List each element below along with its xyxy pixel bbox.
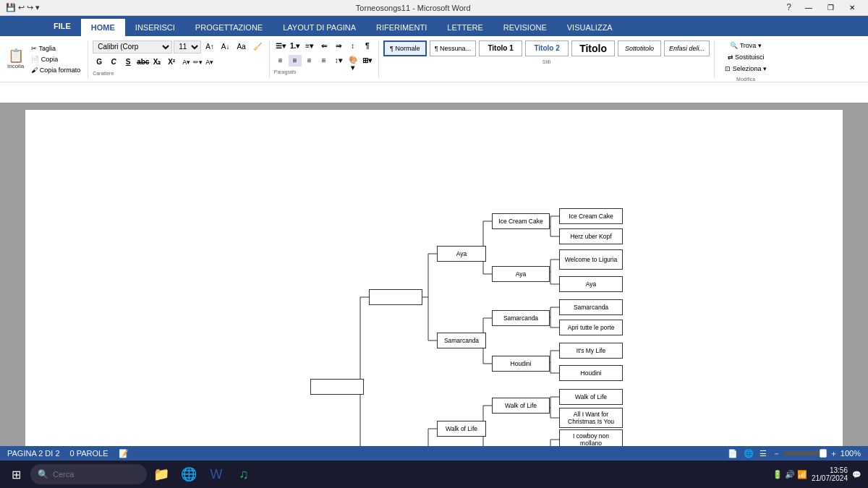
- system-tray-icons: 🔋 🔊 📶: [773, 470, 807, 479]
- style-titolo2[interactable]: Titolo 2: [525, 40, 569, 56]
- r5-final: [310, 379, 364, 395]
- incolla-button[interactable]: 📋 Incolla: [4, 43, 27, 75]
- decrease-font-button[interactable]: A↓: [218, 41, 233, 52]
- r1-houdini: Houdini: [559, 365, 623, 381]
- document-page: Ice Cream Cake Herz uber Kopf Welcome to…: [25, 110, 843, 446]
- close-button[interactable]: ✕: [842, 2, 862, 14]
- tab-visualizza[interactable]: VISUALIZZA: [557, 19, 623, 36]
- align-right-button[interactable]: ≡: [303, 55, 316, 67]
- text-color-button[interactable]: A▾: [205, 59, 213, 66]
- align-center-button[interactable]: ≡: [289, 55, 302, 67]
- zoom-out-button[interactable]: －: [773, 448, 780, 459]
- decrease-indent-button[interactable]: ⇐: [318, 40, 331, 52]
- copy-button[interactable]: 📄 Copia: [28, 54, 83, 64]
- chrome-button[interactable]: 🌐: [176, 463, 202, 486]
- date-display: 21/07/2024: [812, 474, 848, 482]
- quick-access[interactable]: 💾 ↩ ↪ ▾: [6, 3, 40, 12]
- font-color-button[interactable]: A▾: [182, 59, 190, 66]
- paragrafo-group: ☰▾ 1.▾ ≡▾ ⇐ ⇒ ↕ ¶ ≡ ≡ ≡ ≡ ↕▾ 🎨▾ ⊞▾ Parag…: [274, 40, 379, 78]
- zoom-in-button[interactable]: ＋: [830, 448, 838, 459]
- seleziona-button[interactable]: ⊡ Seleziona ▾: [722, 64, 770, 74]
- taskbar-search-bar[interactable]: 🔍: [30, 464, 147, 484]
- tab-inserisci[interactable]: INSERISCI: [125, 19, 185, 36]
- view-normal-icon[interactable]: 📄: [728, 449, 738, 458]
- bracket-lines: [40, 117, 807, 446]
- font-family-select[interactable]: Calibri (Corp: [93, 40, 172, 53]
- tab-riferimenti[interactable]: RIFERIMENTI: [366, 19, 437, 36]
- spotify-button[interactable]: ♫: [231, 463, 257, 486]
- format-painter-button[interactable]: 🖌 Copia formato: [28, 65, 83, 75]
- file-explorer-button[interactable]: 📁: [148, 463, 174, 486]
- increase-indent-button[interactable]: ⇒: [332, 40, 345, 52]
- superscript-button[interactable]: X²: [165, 56, 178, 68]
- tab-layout[interactable]: LAYOUT DI PAGINA: [273, 19, 366, 36]
- time-display: 13:56: [812, 466, 848, 474]
- sort-button[interactable]: ↕: [346, 40, 359, 52]
- multilevel-button[interactable]: ≡▾: [303, 40, 316, 52]
- font-size-select[interactable]: 11: [174, 40, 201, 53]
- r1-cowboy: I cowboy non mollano: [559, 429, 623, 446]
- minimize-button[interactable]: —: [799, 2, 819, 14]
- style-titolo1[interactable]: Titolo 1: [479, 40, 522, 56]
- style-enfasi[interactable]: Enfasi deli...: [664, 40, 710, 56]
- tab-lettere[interactable]: LETTERE: [437, 19, 493, 36]
- justify-button[interactable]: ≡: [318, 55, 331, 67]
- italic-button[interactable]: C: [107, 56, 120, 68]
- file-tab[interactable]: FILE: [43, 16, 81, 36]
- document-area: Ice Cream Cake Herz uber Kopf Welcome to…: [0, 103, 868, 446]
- stili-group: ¶ Normale ¶ Nessuna... Titolo 1 Titolo 2…: [383, 40, 715, 78]
- style-nessuna[interactable]: ¶ Nessuna...: [430, 40, 476, 56]
- notification-icon[interactable]: 💬: [852, 471, 861, 479]
- r2-ice-cream-cake: Ice Cream Cake: [492, 213, 550, 229]
- titlebar: 💾 ↩ ↪ ▾ Torneosongs11 - Microsoft Word ?…: [0, 0, 868, 16]
- numbering-button[interactable]: 1.▾: [289, 40, 302, 52]
- tab-progettazione[interactable]: PROGETTAZIONE: [185, 19, 273, 36]
- r2-walk-of-life: Walk of Life: [492, 398, 550, 414]
- line-spacing-button[interactable]: ↕▾: [332, 55, 345, 67]
- r1-its-my-life: It's My Life: [559, 343, 623, 359]
- cut-button[interactable]: ✂ Taglia: [28, 43, 83, 53]
- zoom-slider[interactable]: [783, 451, 827, 455]
- bullets-button[interactable]: ☰▾: [274, 40, 287, 52]
- stili-label: Stili: [542, 59, 550, 64]
- tab-home[interactable]: HOME: [81, 19, 125, 36]
- view-web-icon[interactable]: 🌐: [744, 449, 754, 458]
- modifica-group: 🔍 Trova ▾ ⇄ Sostituisci ⊡ Seleziona ▾ Mo…: [719, 40, 777, 78]
- proofing-icon[interactable]: 📝: [119, 449, 129, 458]
- view-outline-icon[interactable]: ☰: [760, 449, 767, 458]
- subscript-button[interactable]: X₂: [150, 56, 163, 68]
- align-left-button[interactable]: ≡: [274, 55, 287, 67]
- sostituisci-button[interactable]: ⇄ Sostituisci: [725, 52, 767, 62]
- increase-font-button[interactable]: A↑: [203, 41, 217, 52]
- underline-button[interactable]: S: [122, 56, 135, 68]
- r2-houdini: Houdini: [492, 356, 550, 372]
- toolbar: 📋 Incolla ✂ Taglia 📄 Copia 🖌 Copia forma…: [0, 36, 868, 82]
- r1-samarcanda: Samarcanda: [559, 299, 623, 315]
- trova-button[interactable]: 🔍 Trova ▾: [727, 40, 765, 51]
- style-normale[interactable]: ¶ Normale: [383, 40, 427, 56]
- search-input[interactable]: [53, 470, 140, 479]
- r3-samarcanda: Samarcanda: [437, 333, 486, 348]
- word-button[interactable]: W: [203, 463, 229, 486]
- change-case-button[interactable]: Aa: [234, 41, 249, 52]
- statusbar: PAGINA 2 DI 2 0 PAROLE 📝 📄 🌐 ☰ － ＋ 100%: [0, 446, 868, 461]
- help-icon[interactable]: ?: [786, 2, 791, 14]
- shading-button[interactable]: 🎨▾: [346, 55, 359, 67]
- tab-revisione[interactable]: REVISIONE: [493, 19, 557, 36]
- pilcrow-button[interactable]: ¶: [361, 40, 374, 52]
- restore-button[interactable]: ❐: [820, 2, 841, 14]
- borders-button[interactable]: ⊞▾: [361, 55, 374, 67]
- word-count: 0 PAROLE: [70, 449, 109, 458]
- strikethrough-button[interactable]: abc: [136, 56, 149, 68]
- r3-walk-of-life: Walk of Life: [437, 421, 486, 437]
- clear-format-button[interactable]: 🧹: [250, 41, 265, 52]
- style-titolo[interactable]: Titolo: [571, 40, 615, 56]
- r2-samarcanda: Samarcanda: [492, 310, 550, 326]
- style-sottotitolo[interactable]: Sottotitolo: [618, 40, 661, 56]
- highlight-button[interactable]: ✏▾: [193, 59, 203, 66]
- page-info: PAGINA 2 DI 2: [7, 449, 60, 458]
- r1-walk-of-life: Walk of Life: [559, 389, 623, 405]
- start-button[interactable]: ⊞: [3, 463, 29, 486]
- bold-button[interactable]: G: [93, 56, 106, 68]
- taskbar: ⊞ 🔍 📁 🌐 W ♫ 🔋 🔊 📶 13:56 21/07/2024 💬: [0, 461, 868, 488]
